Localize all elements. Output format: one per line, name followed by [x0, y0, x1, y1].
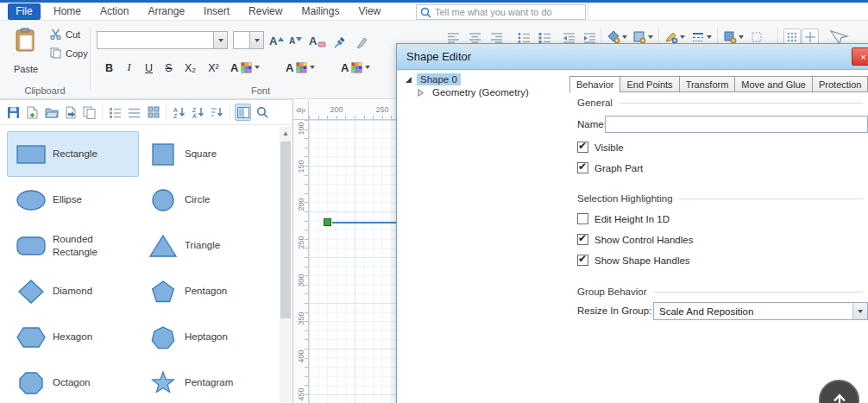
color-grid-icon: [351, 62, 362, 73]
shape-item-circle[interactable]: Circle: [139, 177, 271, 223]
search-input[interactable]: [435, 7, 582, 17]
menubar: File Home Action Arrange Insert Review M…: [0, 3, 868, 21]
tab-move-and-glue[interactable]: Move and Glue: [735, 76, 813, 92]
name-field[interactable]: [605, 116, 868, 133]
dialog-titlebar[interactable]: Shape Editor: [397, 44, 868, 70]
search-shapes-icon[interactable]: [254, 104, 270, 121]
import-icon[interactable]: [62, 104, 79, 121]
shape-item-diamond[interactable]: Diamond: [7, 268, 139, 314]
shape-item-rectangle[interactable]: Rectangle: [7, 131, 139, 177]
scroll-up-button[interactable]: ▲: [280, 127, 292, 140]
dropdown-arrow-icon[interactable]: [648, 35, 653, 39]
shape-item-rounded-rectangle[interactable]: Rounded Rectangle: [7, 223, 139, 268]
collapse-icon[interactable]: [405, 76, 412, 84]
scissors-icon: [50, 28, 61, 40]
eyedropper-button[interactable]: [331, 31, 347, 49]
tab-behavior[interactable]: Behavior: [569, 76, 620, 93]
tab-protection[interactable]: Protection: [813, 76, 868, 92]
dropdown-arrow-icon[interactable]: [852, 303, 867, 319]
list-view-icon[interactable]: [126, 104, 142, 121]
italic-button[interactable]: I: [120, 59, 138, 77]
dropdown-arrow-icon[interactable]: [707, 35, 712, 39]
sort-size-icon[interactable]: [209, 104, 225, 121]
shape-item-pentagram[interactable]: Pentagram: [139, 360, 271, 403]
file-menu-button[interactable]: File: [8, 3, 41, 20]
link-endpoint-handle[interactable]: [324, 218, 331, 226]
open-icon[interactable]: [43, 104, 60, 121]
strikethrough-button[interactable]: S: [160, 59, 178, 77]
font-size-dropdown-arrow[interactable]: [249, 32, 263, 48]
format-painter-button[interactable]: [354, 31, 369, 49]
selected-link-line[interactable]: [332, 222, 398, 224]
tree-item-geometry[interactable]: Geometry (Geometry): [417, 86, 532, 98]
menu-home[interactable]: Home: [44, 3, 91, 20]
close-button[interactable]: ×: [852, 47, 868, 66]
paste-label: Paste: [14, 64, 38, 74]
new-item-icon[interactable]: [24, 104, 41, 121]
scrollbar-thumb[interactable]: [280, 142, 291, 318]
sort-descending-icon[interactable]: ZA: [190, 104, 206, 121]
menu-mailings[interactable]: Mailings: [292, 3, 349, 20]
search-icon: [420, 7, 431, 18]
graph-part-checkbox[interactable]: [577, 162, 588, 173]
dropdown-arrow-icon[interactable]: [680, 35, 685, 39]
font-color-picker[interactable]: A: [228, 58, 262, 77]
duplicate-icon[interactable]: [81, 104, 97, 121]
tell-me-search-box[interactable]: [416, 4, 586, 20]
tab-transform[interactable]: Transform: [680, 76, 736, 92]
menu-review[interactable]: Review: [239, 3, 292, 20]
resize-in-group-dropdown[interactable]: Scale And Reposition: [653, 302, 868, 320]
shape-item-square[interactable]: Square: [139, 131, 271, 177]
paste-button[interactable]: Paste: [7, 25, 45, 77]
dropdown-arrow-icon[interactable]: [365, 66, 370, 69]
highlight-color-picker[interactable]: A: [283, 58, 318, 77]
menu-arrange[interactable]: Arrange: [138, 3, 194, 20]
shape-item-pentagon[interactable]: Pentagon: [139, 268, 271, 314]
dropdown-arrow-icon[interactable]: [310, 66, 315, 69]
large-icons-view-icon[interactable]: [145, 104, 161, 121]
menu-action[interactable]: Action: [91, 3, 138, 20]
shape-item-heptagon[interactable]: Heptagon: [139, 314, 271, 360]
shape-item-ellipse[interactable]: Ellipse: [7, 177, 139, 223]
dropdown-arrow-icon[interactable]: [622, 35, 627, 39]
pentagon-icon: [147, 279, 179, 305]
cut-button[interactable]: Cut: [47, 26, 83, 42]
copy-icon: [50, 47, 61, 59]
font-name-combobox[interactable]: [97, 31, 228, 49]
shape-editor-dialog: Shape Editor × Shape 0 Geometry (Geometr…: [396, 43, 868, 403]
grow-font-button[interactable]: A: [267, 31, 286, 49]
subscript-button[interactable]: X₂: [179, 59, 201, 77]
menu-insert[interactable]: Insert: [194, 3, 239, 20]
sort-ascending-icon[interactable]: AZ: [171, 104, 187, 121]
edit-height-in-1d-checkbox[interactable]: [577, 213, 588, 224]
menu-view[interactable]: View: [349, 3, 390, 20]
shrink-font-button[interactable]: A: [287, 31, 304, 49]
toolbar-separator: [230, 105, 230, 119]
expand-icon[interactable]: [417, 89, 425, 97]
tree-item-shape0[interactable]: Shape 0: [405, 73, 461, 85]
shape-item-hexagon[interactable]: Hexagon: [7, 314, 139, 360]
save-icon[interactable]: [5, 104, 22, 121]
general-section-header: General: [577, 98, 863, 108]
underline-button[interactable]: U: [140, 59, 158, 77]
font-size-combobox[interactable]: [233, 31, 264, 49]
dropdown-arrow-icon[interactable]: [255, 66, 260, 69]
preview-pane-toggle-icon[interactable]: [235, 104, 251, 121]
clear-formatting-button[interactable]: A: [307, 31, 328, 49]
show-shape-handles-checkbox[interactable]: [577, 255, 588, 266]
bold-button[interactable]: B: [100, 59, 118, 77]
shape-item-triangle[interactable]: Triangle: [139, 223, 271, 268]
superscript-button[interactable]: X²: [203, 59, 224, 77]
dropdown-arrow-icon[interactable]: [739, 35, 744, 39]
text-background-picker[interactable]: A: [338, 58, 373, 77]
details-view-icon[interactable]: [107, 104, 123, 121]
tab-end-points[interactable]: End Points: [620, 76, 679, 92]
copy-button[interactable]: Copy: [47, 45, 91, 61]
show-control-handles-checkbox[interactable]: [577, 234, 588, 245]
visible-checkbox[interactable]: [577, 142, 588, 153]
shape-list-scrollbar[interactable]: ▲: [280, 127, 292, 402]
ellipse-icon: [15, 187, 47, 213]
svg-text:A: A: [173, 107, 178, 113]
shape-item-octagon[interactable]: Octagon: [7, 360, 139, 403]
font-name-dropdown-arrow[interactable]: [213, 32, 227, 48]
